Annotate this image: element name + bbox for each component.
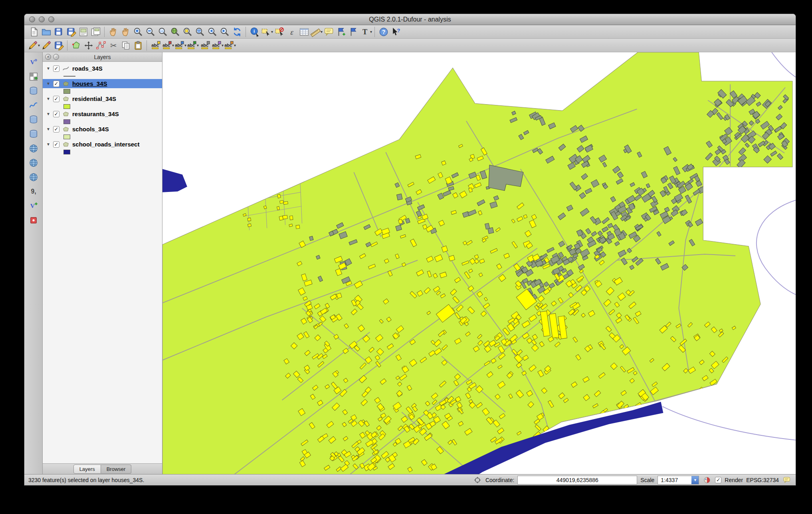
help-button[interactable]: ? — [377, 26, 390, 38]
zoom-button[interactable] — [48, 16, 54, 22]
current-edits-button[interactable] — [28, 40, 40, 51]
add-raster-layer-button[interactable] — [26, 70, 41, 83]
layer-row-schools_34S[interactable]: ▼✓schools_34S — [43, 125, 162, 134]
zoom-to-layer-button[interactable] — [194, 26, 206, 38]
zoom-last-button[interactable] — [206, 26, 218, 38]
toolbar-separator — [374, 27, 375, 37]
deselect-features-button[interactable] — [273, 26, 285, 38]
measure-button[interactable] — [310, 26, 323, 38]
layer-symbol-residential_34S — [43, 103, 162, 109]
coordinate-input[interactable] — [517, 476, 637, 484]
add-delimited-text-button[interactable]: 9, — [26, 185, 41, 198]
pan-to-selection-button[interactable] — [119, 26, 132, 38]
crs-status[interactable]: EPSG:32734 — [746, 477, 779, 483]
composer-manager-button[interactable] — [89, 26, 102, 38]
fill-symbol-swatch — [63, 119, 70, 124]
paste-features-button[interactable] — [132, 40, 144, 51]
refresh-map-button[interactable] — [231, 26, 243, 38]
pin-labels-button[interactable]: abc — [174, 40, 186, 51]
add-spatialite-layer-button[interactable] — [26, 99, 41, 112]
svg-text:1:1: 1:1 — [160, 30, 163, 32]
add-mssql-layer-button[interactable] — [26, 113, 41, 126]
pan-map-button[interactable] — [107, 26, 119, 38]
scale-label: Scale — [640, 477, 654, 483]
add-oracle-layer-button[interactable] — [26, 127, 41, 140]
cut-features-button[interactable]: ✂ — [107, 40, 119, 51]
combo-arrow-icon[interactable]: ▼ — [691, 476, 699, 484]
layer-checkbox[interactable]: ✓ — [53, 96, 59, 102]
identify-features-button[interactable]: i — [248, 26, 261, 38]
label-options-button[interactable]: abc — [162, 40, 174, 51]
expand-arrow-icon[interactable]: ▼ — [46, 142, 51, 146]
new-project-button[interactable] — [28, 26, 40, 38]
layer-row-school_roads_intersect[interactable]: ▼✓school_roads_intersect — [43, 140, 162, 149]
zoom-full-button[interactable] — [169, 26, 181, 38]
layer-row-roads_34S[interactable]: ▼✓roads_34S — [43, 64, 162, 73]
save-layer-edits-button[interactable] — [52, 40, 65, 51]
log-messages-button[interactable] — [782, 475, 792, 485]
expand-arrow-icon[interactable]: ▼ — [46, 66, 51, 71]
expand-arrow-icon[interactable]: ▼ — [46, 81, 51, 86]
remove-layer-button[interactable] — [26, 214, 41, 227]
save-project-button[interactable] — [52, 26, 65, 38]
layer-labeling-button[interactable]: abc — [149, 40, 162, 51]
zoom-next-button[interactable] — [218, 26, 231, 38]
open-project-button[interactable] — [40, 26, 52, 38]
copy-features-button[interactable] — [119, 40, 132, 51]
add-wfs-layer-button[interactable] — [26, 170, 41, 184]
render-checkbox[interactable]: ✓ — [715, 477, 721, 483]
minimize-button[interactable] — [39, 16, 45, 22]
add-wcs-layer-button[interactable] — [26, 156, 41, 169]
panel-close-button[interactable]: × — [45, 54, 51, 60]
layer-row-residential_34S[interactable]: ▼✓residential_34S — [43, 94, 162, 103]
add-wms-layer-button[interactable] — [26, 142, 41, 155]
add-vector-layer-button[interactable]: V — [26, 55, 41, 69]
main-toolbar: 1:1iεT?? — [24, 25, 796, 39]
save-project-as-button[interactable] — [65, 26, 77, 38]
layer-checkbox[interactable]: ✓ — [53, 81, 59, 87]
layer-checkbox[interactable]: ✓ — [53, 141, 59, 148]
move-feature-button[interactable] — [82, 40, 95, 51]
mouse-position-icon[interactable] — [473, 475, 482, 485]
layer-list: ▼✓roads_34S▼✓houses_34S▼✓residential_34S… — [43, 62, 162, 463]
zoom-native-button[interactable]: 1:1 — [156, 26, 169, 38]
panel-float-button[interactable]: ◦ — [53, 54, 59, 60]
zoom-to-selection-button[interactable] — [181, 26, 194, 38]
rotate-label-button[interactable]: abc — [211, 40, 224, 51]
select-features-button[interactable] — [261, 26, 273, 38]
zoom-in-button[interactable] — [132, 26, 144, 38]
new-bookmark-button[interactable] — [335, 26, 347, 38]
layer-name: roads_34S — [72, 65, 103, 72]
show-bookmarks-button[interactable] — [347, 26, 360, 38]
change-label-button[interactable]: abc — [224, 40, 236, 51]
scale-combobox[interactable]: 1:4337 ▼ — [658, 476, 699, 484]
panel-tab-browser[interactable]: Browser — [101, 465, 132, 474]
layer-row-houses_34S[interactable]: ▼✓houses_34S — [43, 79, 162, 88]
toggle-editing-button[interactable] — [40, 40, 52, 51]
panel-tab-layers[interactable]: Layers — [73, 465, 101, 474]
layer-checkbox[interactable]: ✓ — [53, 111, 59, 117]
new-print-composer-button[interactable] — [77, 26, 89, 38]
add-feature-button[interactable] — [70, 40, 82, 51]
close-button[interactable] — [29, 16, 35, 22]
move-label-button[interactable]: abc — [199, 40, 211, 51]
highlight-labels-button[interactable]: abc — [186, 40, 199, 51]
layer-type-icon — [62, 80, 70, 87]
whats-this-button[interactable]: ? — [390, 26, 402, 38]
layer-checkbox[interactable]: ✓ — [53, 126, 59, 132]
text-annotation-button[interactable]: T — [360, 26, 372, 38]
add-postgis-layer-button[interactable] — [26, 84, 41, 97]
select-by-expression-button[interactable]: ε — [285, 26, 298, 38]
layer-row-restaurants_34S[interactable]: ▼✓restaurants_34S — [43, 109, 162, 119]
new-shapefile-button[interactable]: V — [26, 199, 41, 212]
expand-arrow-icon[interactable]: ▼ — [46, 127, 51, 131]
stop-render-icon[interactable] — [702, 475, 712, 485]
map-tips-button[interactable] — [323, 26, 335, 38]
zoom-out-button[interactable] — [144, 26, 156, 38]
expand-arrow-icon[interactable]: ▼ — [46, 97, 51, 101]
expand-arrow-icon[interactable]: ▼ — [46, 112, 51, 116]
map-canvas[interactable] — [162, 52, 796, 474]
node-tool-button[interactable] — [95, 40, 107, 51]
open-attribute-table-button[interactable] — [298, 26, 310, 38]
layer-checkbox[interactable]: ✓ — [53, 65, 59, 72]
